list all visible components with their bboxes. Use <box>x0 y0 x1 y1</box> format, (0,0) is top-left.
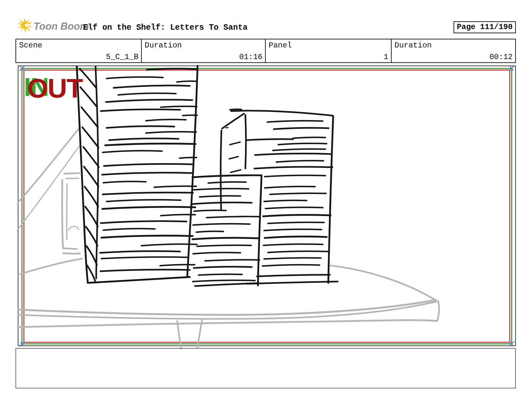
panel-duration-value: 00:12 <box>489 53 513 61</box>
scene-value: 5_C_1_B <box>106 53 138 61</box>
scene-duration-cell: Duration 01:16 <box>142 39 266 62</box>
scene-duration-value: 01:16 <box>239 53 262 61</box>
storyboard-panel <box>18 66 516 346</box>
page-number-badge: Page 111/190 <box>454 21 516 33</box>
info-table: Scene 5_C_1_B Duration 01:16 Panel 1 Dur… <box>15 39 516 63</box>
document-title: Elf on the Shelf: Letters To Santa <box>83 23 248 32</box>
storyboard-page: Toon Boom Elf on the Shelf: Letters To S… <box>0 0 532 412</box>
transition-out-label: OUT <box>27 75 82 102</box>
toonboom-logo-text: Toon Boom <box>34 21 89 32</box>
scene-label: Scene <box>19 41 42 50</box>
toonboom-logo: Toon Boom <box>17 17 81 35</box>
panel-duration-label: Duration <box>394 41 432 50</box>
panel-number-cell: Panel 1 <box>266 39 392 62</box>
panel-number-value: 1 <box>384 53 388 61</box>
panel-duration-cell: Duration 00:12 <box>392 39 515 62</box>
panel-number-label: Panel <box>269 41 292 50</box>
scene-cell: Scene 5_C_1_B <box>16 39 142 62</box>
scene-duration-label: Duration <box>145 41 182 50</box>
caption-box <box>15 348 516 388</box>
toonboom-starburst-icon <box>17 17 33 34</box>
